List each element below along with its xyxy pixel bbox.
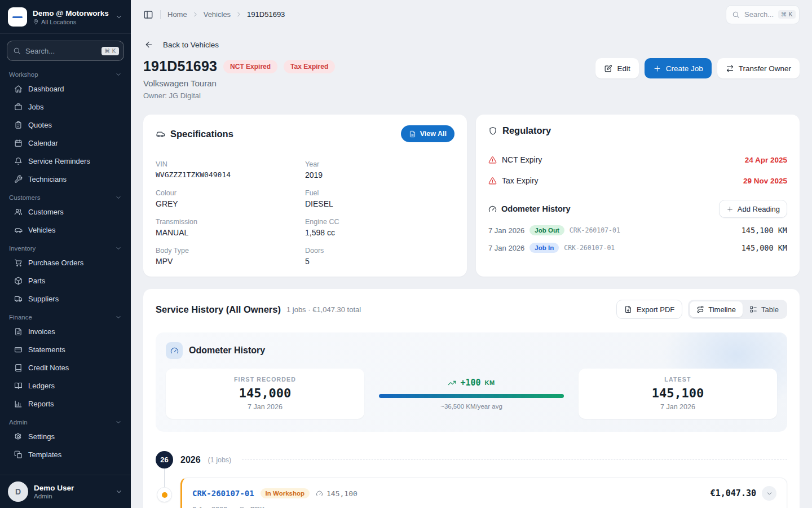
- sidebar-item-invoices[interactable]: Invoices: [7, 323, 124, 340]
- transfer-owner-button[interactable]: Transfer Owner: [717, 58, 800, 78]
- odometer-progress-bar: [379, 394, 564, 398]
- section-finance[interactable]: Finance: [9, 314, 122, 321]
- search-label: Search...: [744, 10, 774, 19]
- first-recorded-stat: FIRST RECORDED 145,000 7 Jan 2026: [166, 369, 364, 419]
- view-all-button[interactable]: View All: [401, 125, 454, 142]
- breadcrumb: Home Vehicles 191D51693: [167, 10, 285, 19]
- timeline-view-button[interactable]: Timeline: [690, 301, 743, 317]
- tax-expired-badge: Tax Expired: [284, 60, 335, 73]
- breadcrumb-home[interactable]: Home: [167, 10, 187, 19]
- year-label: 2026: [180, 455, 201, 465]
- expand-job-button[interactable]: [762, 486, 776, 501]
- divider: [242, 459, 787, 460]
- chevron-right-icon: [235, 11, 242, 18]
- gear-icon: [14, 432, 23, 441]
- sidebar-item-calendar[interactable]: Calendar: [7, 135, 124, 151]
- sidebar-item-jobs[interactable]: Jobs: [7, 99, 124, 115]
- spec-field-colour: Colour GREY: [156, 189, 305, 208]
- layout-list-icon: [749, 305, 757, 313]
- file-text-icon: [409, 130, 416, 138]
- latest-stat: LATEST 145,100 7 Jan 2026: [579, 369, 777, 419]
- spec-field-transmission: Transmission MANUAL: [156, 218, 305, 237]
- car-icon: [14, 226, 23, 234]
- table-view-button[interactable]: Table: [743, 301, 785, 317]
- sidebar-item-credit-notes[interactable]: Credit Notes: [7, 360, 124, 376]
- sidebar-item-quotes[interactable]: Quotes: [7, 117, 124, 133]
- sidebar-item-templates[interactable]: Templates: [7, 446, 124, 463]
- topbar: Home Vehicles 191D51693 Search... ⌘ K: [131, 0, 812, 29]
- year-job-count: (1 jobs): [208, 456, 232, 464]
- add-reading-button[interactable]: Add Reading: [719, 200, 787, 218]
- alert-triangle-icon: [488, 156, 497, 164]
- edit-button[interactable]: Edit: [595, 58, 638, 78]
- divider: [160, 10, 161, 19]
- section-admin[interactable]: Admin: [9, 419, 122, 426]
- spec-field-vin: VIN WVGZZZ1TZKW049014: [156, 160, 305, 179]
- page-title: 191D51693: [143, 58, 217, 75]
- back-button[interactable]: Back to Vehicles: [144, 40, 798, 49]
- bell-icon: [14, 157, 23, 165]
- map-pin-icon: [33, 19, 39, 25]
- section-customers[interactable]: Customers: [9, 194, 122, 201]
- sidebar-item-ledgers[interactable]: Ledgers: [7, 378, 124, 394]
- org-location: All Locations: [41, 19, 76, 25]
- yearly-average: ~36,500 KM/year avg: [379, 403, 564, 410]
- sidebar-item-statements[interactable]: Statements: [7, 341, 124, 358]
- export-pdf-button[interactable]: Export PDF: [616, 300, 682, 319]
- odometer-panel: Odometer History FIRST RECORDED 145,000 …: [156, 332, 787, 432]
- job-out-badge: Job Out: [529, 225, 564, 235]
- search-shortcut: ⌘ K: [102, 47, 119, 55]
- user-menu[interactable]: D Demo User Admin: [0, 475, 131, 508]
- breadcrumb-vehicles[interactable]: Vehicles: [204, 10, 231, 19]
- org-name: Demo @ Motorworks: [33, 9, 109, 17]
- sidebar-item-reports[interactable]: Reports: [7, 396, 124, 412]
- sidebar-item-vehicles[interactable]: Vehicles: [7, 222, 124, 238]
- spec-field-engine-cc: Engine CC 1,598 cc: [305, 218, 454, 237]
- sidebar-item-settings[interactable]: Settings: [7, 428, 124, 445]
- job-card[interactable]: CRK-260107-01 In Workshop 145,100 €1,047…: [180, 478, 787, 508]
- trending-up-icon: [448, 379, 456, 387]
- gauge-icon: [488, 205, 497, 213]
- spec-field-fuel: Fuel DIESEL: [305, 189, 454, 208]
- tax-expiry-row: Tax Expiry 29 Nov 2025: [488, 176, 787, 185]
- regulatory-card: Regulatory NCT Expiry 24 Apr 2025 Tax Ex…: [476, 115, 800, 277]
- chevron-down-icon: [115, 13, 123, 21]
- card-title: Specifications: [170, 129, 233, 139]
- odometer-row: 7 Jan 2026 Job Out CRK-260107-01 145,100…: [488, 225, 787, 235]
- section-workshop[interactable]: Workshop: [9, 71, 122, 78]
- section-inventory[interactable]: Inventory: [9, 245, 122, 252]
- job-status-badge: In Workshop: [261, 488, 310, 498]
- sidebar-search-input[interactable]: Search... ⌘ K: [7, 41, 124, 61]
- arrow-left-icon: [144, 40, 153, 49]
- chevron-down-icon: [115, 194, 122, 201]
- org-switcher[interactable]: Demo @ Motorworks All Locations: [0, 0, 131, 34]
- odometer-history-title: Odometer History: [501, 204, 570, 213]
- user-name: Demo User: [34, 484, 109, 492]
- sidebar-item-purchase-orders[interactable]: Purchase Orders: [7, 255, 124, 271]
- home-icon: [14, 85, 23, 93]
- year-badge: 26: [156, 451, 173, 468]
- cart-icon: [14, 259, 23, 267]
- create-job-button[interactable]: Create Job: [645, 58, 712, 78]
- job-ref-link[interactable]: CRK-260107-01: [192, 489, 254, 498]
- specifications-card: Specifications View All VIN WVGZZZ1TZKW0…: [143, 115, 467, 277]
- sidebar-item-dashboard[interactable]: Dashboard: [7, 81, 124, 97]
- sidebar-item-parts[interactable]: Parts: [7, 273, 124, 289]
- chevron-right-icon: [192, 11, 199, 18]
- book-icon: [14, 364, 23, 372]
- plus-icon: [726, 205, 734, 213]
- tax-expiry-date: 29 Nov 2025: [743, 177, 787, 185]
- chevron-down-icon: [115, 245, 122, 252]
- sidebar-toggle-icon[interactable]: [143, 10, 153, 20]
- package-icon: [14, 277, 23, 285]
- breadcrumb-current: 191D51693: [247, 10, 285, 19]
- plus-icon: [653, 64, 661, 73]
- global-search-button[interactable]: Search... ⌘ K: [726, 5, 800, 24]
- sidebar-item-technicians[interactable]: Technicians: [7, 171, 124, 187]
- sidebar-item-customers[interactable]: Customers: [7, 204, 124, 220]
- sidebar-item-suppliers[interactable]: Suppliers: [7, 291, 124, 307]
- job-location: CRK: [250, 506, 264, 508]
- nct-expired-badge: NCT Expired: [223, 60, 277, 73]
- edit-icon: [604, 64, 612, 73]
- sidebar-item-service-reminders[interactable]: Service Reminders: [7, 153, 124, 169]
